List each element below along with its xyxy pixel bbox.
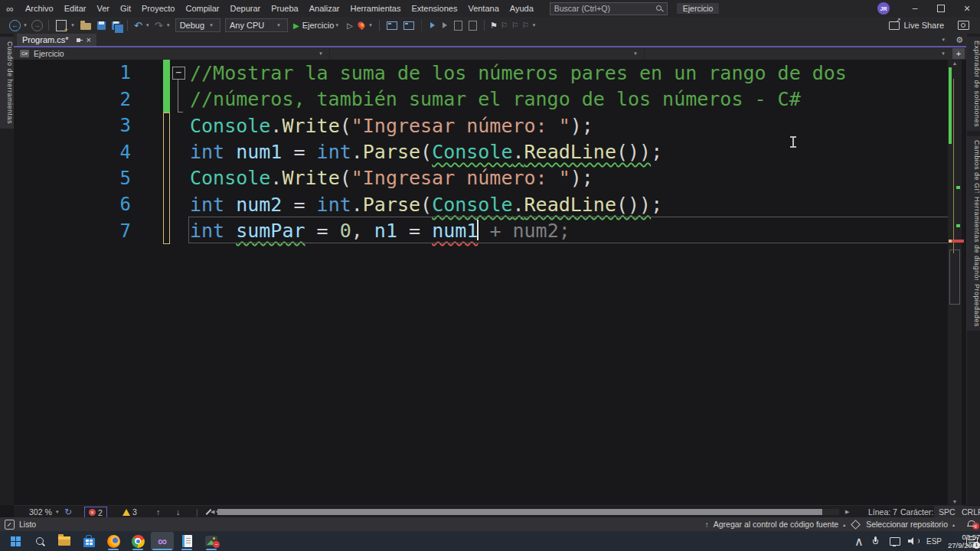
back-dropdown-icon[interactable]: ▼ — [23, 23, 28, 28]
code-line-4[interactable]: 4int num1 = int.Parse(Console.ReadLine()… — [14, 139, 948, 165]
tab-list-dropdown-icon[interactable]: ▼ — [941, 37, 946, 42]
code-line-5[interactable]: 5Console.Write("Ingresar número: "); — [14, 165, 948, 191]
breakpoint-window-icon[interactable] — [403, 21, 414, 30]
panel-tab-cambios-de-git[interactable]: Cambios de GIT — [967, 136, 980, 200]
notifications-bell-icon[interactable]: 2 — [967, 520, 975, 528]
select-repository-button[interactable]: Seleccionar repositorio — [866, 520, 948, 529]
sync-icon[interactable]: ↻ — [64, 506, 72, 518]
zoom-dropdown[interactable]: 302 % ▼ — [29, 506, 62, 518]
menu-ayuda[interactable]: Ayuda — [505, 4, 539, 13]
menu-editar[interactable]: Editar — [59, 4, 92, 13]
network-icon[interactable] — [890, 531, 900, 551]
step-into-icon[interactable] — [430, 22, 435, 28]
clear-bookmark-icon[interactable]: ⚐ — [522, 21, 530, 31]
language-indicator[interactable]: ESP — [926, 531, 942, 551]
code-editor[interactable]: 1//Mostrar la suma de los números pares … — [14, 60, 948, 505]
tab-close-icon[interactable]: × — [87, 35, 91, 44]
microsoft-store-button[interactable] — [77, 532, 100, 550]
panel-tab-explorador-de-soluciones[interactable]: Explorador de soluciones — [967, 37, 980, 131]
split-window-button[interactable]: + — [952, 48, 965, 59]
firefox-button[interactable] — [102, 532, 125, 550]
open-file-icon[interactable] — [80, 23, 91, 30]
avatar[interactable]: JR — [877, 2, 890, 15]
menu-git[interactable]: Git — [115, 4, 136, 13]
solution-platform-dropdown[interactable]: Any CPU ▼ — [225, 18, 288, 32]
chevron-down-icon[interactable]: ▼ — [941, 51, 946, 56]
hscroll-right-icon[interactable]: ▶ — [845, 506, 849, 518]
start-without-debugging-icon[interactable]: ▷ — [347, 21, 353, 30]
file-explorer-button[interactable] — [53, 532, 76, 550]
preview-window-icon[interactable] — [387, 21, 397, 30]
add-source-control-button[interactable]: Agregar al control de código fuente — [714, 520, 838, 529]
pin-icon[interactable] — [77, 38, 80, 42]
code-line-3[interactable]: 3Console.Write("Ingresar número: "); — [14, 112, 948, 139]
warning-count-button[interactable]: 3 — [122, 506, 137, 518]
vertical-scrollbar[interactable]: ▲ ▼ — [948, 60, 962, 505]
tab-program-cs[interactable]: Program.cs* × — [17, 34, 96, 46]
hot-reload-dropdown-icon[interactable]: ▼ — [368, 23, 373, 28]
save-icon[interactable] — [97, 21, 106, 30]
step-over-icon[interactable] — [443, 22, 447, 28]
next-bookmark-icon[interactable]: ⚐ — [511, 21, 519, 31]
hscroll-left-icon[interactable]: ◀ — [211, 506, 214, 518]
navigate-forward-icon[interactable]: → — [31, 20, 43, 31]
menu-archivo[interactable]: Archivo — [20, 4, 59, 13]
code-line-2[interactable]: 2//números, también sumar el rango de lo… — [14, 86, 948, 112]
visual-studio-button[interactable]: ∞ — [151, 532, 174, 550]
feedback-icon[interactable] — [958, 21, 969, 30]
menu-analizar[interactable]: Analizar — [304, 4, 345, 13]
project-dropdown[interactable]: C# Ejercicio ▼ — [14, 47, 330, 60]
chrome-button[interactable] — [126, 532, 149, 550]
menu-compilar[interactable]: Compilar — [180, 4, 224, 13]
horizontal-scrollbar[interactable] — [217, 509, 839, 515]
line-ending-indicator[interactable]: CRLF — [957, 506, 980, 518]
solution-configuration-dropdown[interactable]: Debug ▼ — [175, 18, 220, 32]
member-dropdown[interactable] — [645, 47, 966, 60]
close-button[interactable]: × — [954, 0, 980, 17]
toolbox-panel-tab[interactable]: Cuadro de herramientas — [0, 37, 14, 129]
new-file-dropdown-icon[interactable]: ▼ — [70, 23, 75, 28]
menu-depurar[interactable]: Depurar — [224, 4, 266, 13]
restore-button[interactable] — [928, 0, 954, 17]
taskbar-search-button[interactable] — [28, 532, 51, 550]
panel-tab-propiedades[interactable]: Propiedades — [967, 280, 980, 331]
redo-icon[interactable]: ↷ — [155, 20, 163, 31]
menu-extensiones[interactable]: Extensiones — [406, 4, 462, 13]
error-count-button[interactable]: × 2 — [84, 507, 107, 518]
code-line-1[interactable]: 1//Mostrar la suma de los números pares … — [14, 60, 948, 86]
prev-bookmark-icon[interactable]: ⚐ — [501, 21, 508, 31]
live-share-button[interactable]: Live Share — [903, 21, 944, 30]
prev-issue-icon[interactable]: ↑ — [156, 506, 160, 518]
menu-herramientas[interactable]: Herramientas — [345, 4, 406, 13]
menu-proyecto[interactable]: Proyecto — [136, 4, 180, 13]
type-dropdown[interactable]: ▼ — [330, 47, 645, 60]
spaces-indicator[interactable]: SPC — [934, 506, 960, 518]
gear-icon[interactable]: ⚙ — [956, 35, 963, 45]
collapse-region-icon[interactable] — [172, 67, 185, 80]
find-symbol-icon[interactable] — [469, 21, 477, 31]
hscrollbar-thumb[interactable] — [217, 509, 822, 515]
save-all-icon[interactable] — [112, 21, 120, 30]
tray-chevron-icon[interactable]: ∧ — [854, 531, 864, 551]
menu-prueba[interactable]: Prueba — [266, 4, 303, 13]
navigate-back-icon[interactable]: ← — [9, 20, 21, 31]
speaker-icon[interactable] — [908, 531, 917, 551]
bookmark-icon[interactable]: ⚑ — [490, 21, 498, 31]
hot-reload-icon[interactable] — [357, 21, 367, 31]
microphone-icon[interactable] — [873, 531, 878, 551]
find-in-files-icon[interactable] — [454, 21, 462, 31]
scroll-up-icon[interactable]: ▲ — [948, 60, 962, 66]
undo-dropdown-icon[interactable]: ▼ — [145, 23, 150, 28]
menu-ver[interactable]: Ver — [91, 4, 115, 13]
redo-dropdown-icon[interactable]: ▼ — [166, 23, 171, 28]
minimize-button[interactable]: – — [902, 0, 928, 17]
menu-ventana[interactable]: Ventana — [462, 4, 504, 13]
scrollbar-thumb[interactable] — [949, 249, 960, 305]
capture-tool-button[interactable]: − — [200, 532, 223, 550]
code-line-6[interactable]: 6int num2 = int.Parse(Console.ReadLine()… — [14, 191, 948, 217]
notification-center-button[interactable]: 1 — [966, 531, 978, 551]
next-issue-icon[interactable]: ↓ — [176, 506, 180, 518]
start-debugging-button[interactable]: ▶ Ejercicio ▼ — [293, 21, 341, 30]
search-input[interactable]: Buscar (Ctrl+Q) — [550, 2, 668, 15]
toolbar-overflow-icon[interactable]: ▼ — [531, 23, 536, 28]
